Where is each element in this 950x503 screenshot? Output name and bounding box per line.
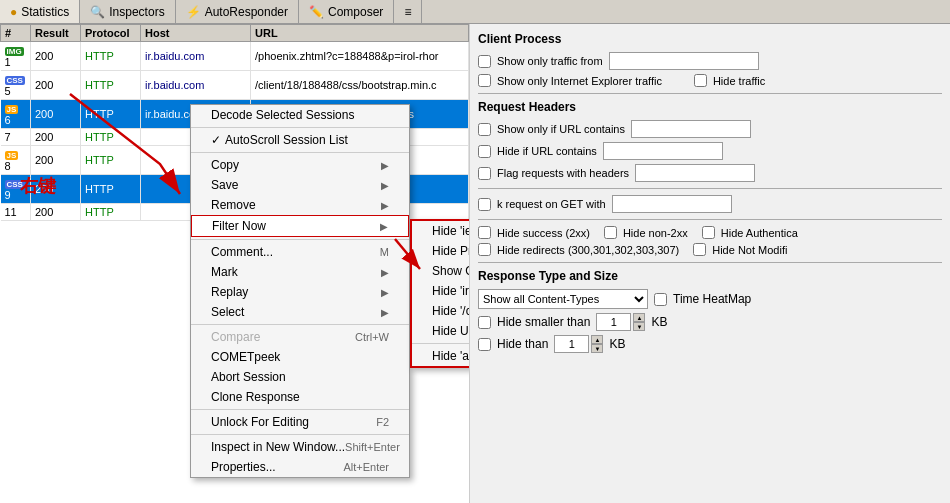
hide-smaller-input[interactable] — [596, 313, 631, 331]
spin-down[interactable]: ▼ — [633, 322, 645, 331]
show-only-traffic-checkbox[interactable] — [478, 55, 491, 68]
table-row[interactable]: IMG 1 200 HTTP ir.baidu.com /phoenix.zht… — [1, 42, 469, 71]
menu-cometpeek[interactable]: COMETpeek — [191, 347, 409, 367]
submenu-arrow: ▶ — [381, 287, 389, 298]
col-header-host: Host — [141, 25, 251, 42]
flag-requests-checkbox[interactable] — [478, 167, 491, 180]
hide-larger-input[interactable] — [554, 335, 589, 353]
col-header-url: URL — [251, 25, 469, 42]
menu-inspect-window[interactable]: Inspect in New Window... Shift+Enter — [191, 437, 409, 457]
menu-copy[interactable]: Copy ▶ — [191, 155, 409, 175]
menu-hide-application-javascript[interactable]: Hide 'application/javascript' — [412, 346, 470, 366]
badge-css: CSS — [5, 76, 25, 85]
show-url-contains-label: Show only if URL contains — [497, 123, 625, 135]
hide-not-modified-checkbox[interactable] — [693, 243, 706, 256]
flag-requests-label: Flag requests with headers — [497, 167, 629, 179]
request-headers-title: Request Headers — [478, 100, 942, 114]
hide-success-checkbox[interactable] — [478, 226, 491, 239]
separator — [412, 343, 470, 344]
tab-statistics[interactable]: ● Statistics — [0, 0, 80, 23]
traffic-from-input[interactable] — [609, 52, 759, 70]
separator — [191, 434, 409, 435]
menu-properties[interactable]: Properties... Alt+Enter — [191, 457, 409, 477]
content-type-select[interactable]: Show all Content-Types — [478, 289, 648, 309]
menu-abort[interactable]: Abort Session — [191, 367, 409, 387]
hide-traffic-checkbox[interactable] — [694, 74, 707, 87]
inspect-icon: 🔍 — [90, 5, 105, 19]
tab-extra[interactable]: ≡ — [394, 0, 422, 23]
show-traffic-row: Show only traffic from — [478, 52, 942, 70]
spin-up-2[interactable]: ▲ — [591, 335, 603, 344]
menu-hide-irbaidu[interactable]: Hide 'ir.baidu.com' — [412, 281, 470, 301]
break-request-label: k request on GET with — [497, 198, 606, 210]
menu-comment[interactable]: Comment... M — [191, 242, 409, 262]
separator — [191, 409, 409, 410]
menu-remove[interactable]: Remove ▶ — [191, 195, 409, 215]
show-url-contains-row: Show only if URL contains — [478, 120, 942, 138]
divider — [478, 188, 942, 189]
hide-not-modified-label: Hide Not Modifi — [712, 244, 787, 256]
response-type-row: Show all Content-Types Time HeatMap — [478, 289, 942, 309]
menu-filter-now[interactable]: Filter Now ▶ — [191, 215, 409, 237]
col-header-protocol: Protocol — [81, 25, 141, 42]
menu-replay[interactable]: Replay ▶ — [191, 282, 409, 302]
menu-clone[interactable]: Clone Response — [191, 387, 409, 407]
menu-decode-sessions[interactable]: Decode Selected Sessions — [191, 105, 409, 125]
show-ie-traffic-checkbox[interactable] — [478, 74, 491, 87]
separator — [191, 324, 409, 325]
tab-autoresponder[interactable]: ⚡ AutoResponder — [176, 0, 299, 23]
hide-smaller-spinbox: ▲ ▼ — [596, 313, 645, 331]
hide-redirects-checkbox[interactable] — [478, 243, 491, 256]
spin-up[interactable]: ▲ — [633, 313, 645, 322]
menu-save[interactable]: Save ▶ — [191, 175, 409, 195]
shortcut-label: Ctrl+W — [355, 331, 389, 343]
breakpoints-row: k request on GET with — [478, 195, 942, 213]
table-row[interactable]: CSS 5 200 HTTP ir.baidu.com /client/18/1… — [1, 71, 469, 100]
hide-auth-checkbox[interactable] — [702, 226, 715, 239]
hide-url-contains-checkbox[interactable] — [478, 145, 491, 158]
show-url-contains-checkbox[interactable] — [478, 123, 491, 136]
menu-hide-url[interactable]: Hide Url... — [412, 321, 470, 341]
spin-down-2[interactable]: ▼ — [591, 344, 603, 353]
hide-smaller-label: Hide smaller than — [497, 315, 590, 329]
menu-compare: Compare Ctrl+W — [191, 327, 409, 347]
shortcut-label: Alt+Enter — [343, 461, 389, 473]
time-heatmap-checkbox[interactable] — [654, 293, 667, 306]
submenu-arrow: ▶ — [381, 307, 389, 318]
flag-requests-input[interactable] — [635, 164, 755, 182]
separator — [191, 239, 409, 240]
annotation-text: 右键 — [20, 174, 56, 198]
hide-url-contains-input[interactable] — [603, 142, 723, 160]
client-process-title: Client Process — [478, 32, 942, 46]
tab-inspectors[interactable]: 🔍 Inspectors — [80, 0, 175, 23]
main-layout: # Result Protocol Host URL IMG 1 200 HTT… — [0, 24, 950, 503]
menu-hide-iexplore[interactable]: Hide 'iexplore:*' — [412, 221, 470, 241]
hide-smaller-checkbox[interactable] — [478, 316, 491, 329]
menu-show-only-process-6964[interactable]: Show Only Process=6964 — [412, 261, 470, 281]
hide-larger-spinbox: ▲ ▼ — [554, 335, 603, 353]
menu-autoscroll[interactable]: ✓AutoScroll Session List — [191, 130, 409, 150]
ie-traffic-row: Show only Internet Explorer traffic Hide… — [478, 74, 942, 87]
response-status-row2: Hide redirects (300,301,302,303,307) Hid… — [478, 243, 942, 256]
submenu-arrow: ▶ — [381, 180, 389, 191]
top-tabs: ● Statistics 🔍 Inspectors ⚡ AutoResponde… — [0, 0, 950, 24]
break-request-input[interactable] — [612, 195, 732, 213]
menu-select[interactable]: Select ▶ — [191, 302, 409, 322]
col-header-id: # — [1, 25, 31, 42]
time-heatmap-label: Time HeatMap — [673, 292, 751, 306]
response-type-title: Response Type and Size — [478, 269, 942, 283]
hide-url-contains-row: Hide if URL contains — [478, 142, 942, 160]
hide-larger-row: Hide than ▲ ▼ KB — [478, 335, 942, 353]
break-request-checkbox[interactable] — [478, 198, 491, 211]
menu-unlock[interactable]: Unlock For Editing F2 — [191, 412, 409, 432]
hide-larger-checkbox[interactable] — [478, 338, 491, 351]
show-url-contains-input[interactable] — [631, 120, 751, 138]
menu-mark[interactable]: Mark ▶ — [191, 262, 409, 282]
menu-hide-client[interactable]: Hide '/client/' — [412, 301, 470, 321]
hide-success-label: Hide success (2xx) — [497, 227, 590, 239]
right-panel: Client Process Show only traffic from Sh… — [470, 24, 950, 503]
hide-non2xx-checkbox[interactable] — [604, 226, 617, 239]
submenu-arrow: ▶ — [381, 200, 389, 211]
tab-composer[interactable]: ✏️ Composer — [299, 0, 394, 23]
menu-hide-process-6964[interactable]: Hide Process=6964 — [412, 241, 470, 261]
